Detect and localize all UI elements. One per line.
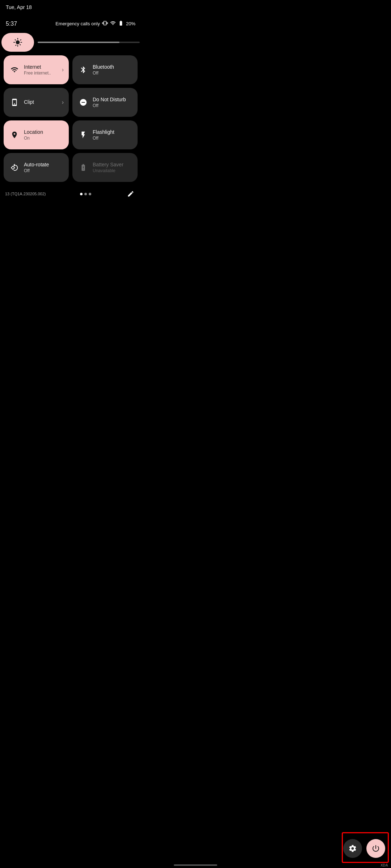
internet-text: Internet Free internet.. <box>24 64 51 76</box>
batterysaver-text: Battery Saver Unavailable <box>93 162 123 174</box>
dot-2 <box>84 193 87 195</box>
tile-clipt[interactable]: Clipt › <box>4 88 69 117</box>
dnd-text: Do Not Disturb Off <box>93 97 126 109</box>
clipt-arrow: › <box>62 99 64 106</box>
wifi-icon <box>110 20 116 27</box>
clipt-icon <box>9 98 20 106</box>
dot-1 <box>80 193 83 195</box>
internet-arrow: › <box>62 67 64 73</box>
emergency-text: Emergency calls only <box>55 21 100 26</box>
batterysaver-title: Battery Saver <box>93 162 123 168</box>
autorotate-text: Auto-rotate Off <box>24 162 49 174</box>
flashlight-title: Flashlight <box>93 129 114 135</box>
tile-batterysaver[interactable]: Battery Saver Unavailable <box>72 153 138 182</box>
status-bar: 5:37 Emergency calls only 20% <box>6 20 135 27</box>
brightness-row[interactable] <box>0 33 141 52</box>
vibrate-icon <box>102 20 108 27</box>
internet-subtitle: Free internet.. <box>24 71 51 76</box>
status-area: Tue, Apr 18 5:37 Emergency calls only 20… <box>0 0 141 33</box>
time-label: 5:37 <box>6 21 17 27</box>
build-version: 13 (TQ1A.230205.002) <box>5 192 46 196</box>
date-label: Tue, Apr 18 <box>6 4 135 10</box>
dnd-subtitle: Off <box>93 103 126 108</box>
tile-flashlight[interactable]: Flashlight Off <box>72 120 138 149</box>
edit-button[interactable] <box>125 188 136 199</box>
brightness-icon <box>13 38 22 47</box>
battery-icon <box>118 20 124 27</box>
internet-title: Internet <box>24 64 51 70</box>
bluetooth-text: Bluetooth Off <box>93 64 114 76</box>
tile-internet[interactable]: Internet Free internet.. › <box>4 55 69 84</box>
clipt-text: Clipt <box>24 99 34 106</box>
tile-bluetooth[interactable]: Bluetooth Off <box>72 55 138 84</box>
bluetooth-title: Bluetooth <box>93 64 114 70</box>
flashlight-subtitle: Off <box>93 136 114 141</box>
location-title: Location <box>24 129 43 135</box>
clipt-title: Clipt <box>24 99 34 105</box>
flashlight-icon <box>78 131 88 139</box>
dnd-icon <box>78 98 88 106</box>
bluetooth-icon <box>78 66 88 74</box>
page-dots <box>80 193 91 195</box>
dot-3 <box>89 193 91 195</box>
autorotate-icon <box>9 163 20 171</box>
battery-percent: 20% <box>126 21 135 26</box>
batterysaver-icon <box>78 163 88 171</box>
internet-icon <box>9 66 20 74</box>
brightness-slider[interactable] <box>38 42 140 43</box>
footer-row: 13 (TQ1A.230205.002) <box>0 186 141 202</box>
tile-autorotate[interactable]: Auto-rotate Off <box>4 153 69 182</box>
autorotate-subtitle: Off <box>24 168 49 173</box>
dnd-title: Do Not Disturb <box>93 97 126 103</box>
brightness-icon-pill[interactable] <box>1 33 34 52</box>
flashlight-text: Flashlight Off <box>93 129 114 141</box>
tile-dnd[interactable]: Do Not Disturb Off <box>72 88 138 117</box>
status-right: Emergency calls only 20% <box>55 20 135 27</box>
location-text: Location On <box>24 129 43 141</box>
quick-settings-grid: Internet Free internet.. › Bluetooth Off… <box>0 55 141 182</box>
location-icon <box>9 131 20 139</box>
location-subtitle: On <box>24 136 43 141</box>
bluetooth-subtitle: Off <box>93 71 114 76</box>
brightness-slider-fill <box>38 42 119 43</box>
tile-location[interactable]: Location On <box>4 120 69 149</box>
autorotate-title: Auto-rotate <box>24 162 49 168</box>
batterysaver-subtitle: Unavailable <box>93 168 123 173</box>
